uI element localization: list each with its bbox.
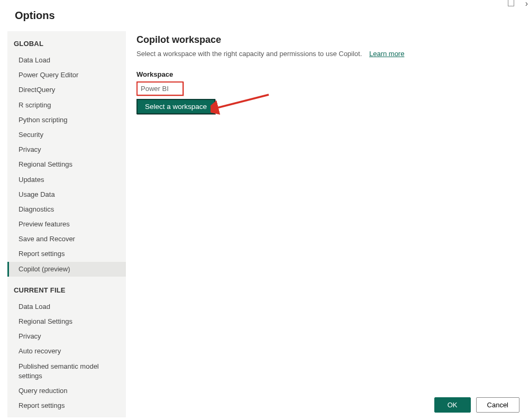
- sidebar-item-label: Diagnostics: [19, 205, 54, 213]
- sidebar-item-label: Auto recovery: [19, 347, 61, 355]
- options-sidebar: GLOBAL Data Load Power Query Editor Dire…: [7, 31, 126, 417]
- sidebar-item-label: DirectQuery: [19, 86, 55, 94]
- panel-description: Select a workspace with the right capaci…: [136, 50, 512, 58]
- panel-title: Copilot workspace: [136, 34, 512, 45]
- sidebar-item-label: Report settings: [19, 401, 65, 409]
- sidebar-item-label: Privacy: [19, 145, 41, 153]
- sidebar-item-label: Usage Data: [19, 190, 55, 198]
- sidebar-section-global: GLOBAL: [7, 38, 126, 53]
- sidebar-item-copilot-preview[interactable]: Copilot (preview): [7, 262, 126, 277]
- dialog-title: Options: [0, 0, 529, 31]
- description-text: Select a workspace with the right capaci…: [136, 50, 362, 58]
- workspace-value: Power BI: [136, 81, 184, 96]
- select-workspace-button[interactable]: Select a workspace: [136, 99, 215, 114]
- sidebar-item-label: Preview features: [19, 220, 70, 228]
- sidebar-item-cf-data-load[interactable]: Data Load: [7, 299, 126, 314]
- sidebar-item-label: R scripting: [19, 101, 51, 109]
- sidebar-section-current-file: CURRENT FILE: [7, 277, 126, 299]
- ok-button[interactable]: OK: [434, 397, 471, 413]
- window-control-placeholder: [508, 0, 514, 6]
- sidebar-item-label: Query reduction: [19, 387, 68, 395]
- sidebar-item-cf-regional-settings[interactable]: Regional Settings: [7, 314, 126, 329]
- sidebar-item-preview-features[interactable]: Preview features: [7, 217, 126, 232]
- sidebar-item-data-load[interactable]: Data Load: [7, 53, 126, 68]
- sidebar-item-updates[interactable]: Updates: [7, 172, 126, 187]
- sidebar-item-label: Python scripting: [19, 116, 68, 124]
- sidebar-item-python-scripting[interactable]: Python scripting: [7, 113, 126, 127]
- sidebar-item-cf-published-semantic[interactable]: Published semantic model settings: [7, 359, 126, 384]
- sidebar-item-power-query-editor[interactable]: Power Query Editor: [7, 68, 126, 83]
- sidebar-item-label: Published semantic model settings: [19, 362, 99, 380]
- sidebar-item-label: Updates: [19, 176, 44, 184]
- sidebar-item-cf-auto-recovery[interactable]: Auto recovery: [7, 344, 126, 359]
- sidebar-item-diagnostics[interactable]: Diagnostics: [7, 202, 126, 217]
- sidebar-item-r-scripting[interactable]: R scripting: [7, 98, 126, 113]
- sidebar-item-label: Security: [19, 131, 43, 139]
- workspace-field-label: Workspace: [136, 70, 512, 78]
- sidebar-item-label: Save and Recover: [19, 235, 75, 243]
- main-panel: Copilot workspace Select a workspace wit…: [126, 31, 523, 417]
- cancel-button[interactable]: Cancel: [476, 397, 519, 413]
- sidebar-item-label: Power Query Editor: [19, 71, 78, 79]
- sidebar-item-directquery[interactable]: DirectQuery: [7, 83, 126, 97]
- sidebar-item-label: Data Load: [19, 303, 50, 311]
- sidebar-item-cf-query-reduction[interactable]: Query reduction: [7, 384, 126, 398]
- sidebar-item-label: Privacy: [19, 332, 41, 340]
- sidebar-item-label: Regional Settings: [19, 317, 72, 325]
- dialog-footer: OK Cancel: [434, 397, 519, 413]
- sidebar-item-save-and-recover[interactable]: Save and Recover: [7, 232, 126, 246]
- sidebar-item-label: Data Load: [19, 56, 50, 64]
- sidebar-item-cf-privacy[interactable]: Privacy: [7, 329, 126, 344]
- sidebar-item-label: Copilot (preview): [19, 265, 70, 273]
- sidebar-item-label: Regional Settings: [19, 160, 72, 168]
- sidebar-item-label: Report settings: [19, 250, 65, 258]
- sidebar-item-cf-report-settings[interactable]: Report settings: [7, 398, 126, 413]
- learn-more-link[interactable]: Learn more: [369, 50, 404, 58]
- sidebar-item-privacy[interactable]: Privacy: [7, 142, 126, 157]
- sidebar-item-usage-data[interactable]: Usage Data: [7, 187, 126, 202]
- sidebar-item-regional-settings[interactable]: Regional Settings: [7, 157, 126, 172]
- sidebar-item-security[interactable]: Security: [7, 127, 126, 142]
- sidebar-item-report-settings[interactable]: Report settings: [7, 246, 126, 261]
- chevron-right-icon: ›: [525, 0, 528, 8]
